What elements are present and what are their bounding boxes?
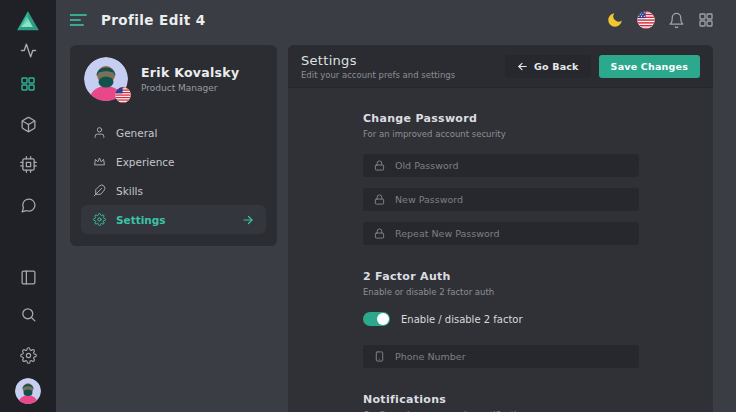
two-factor-subtitle: Enable or disable 2 factor auth (363, 287, 713, 297)
lock-icon (374, 194, 385, 205)
password-fields (363, 154, 639, 245)
menu-icon[interactable] (70, 13, 88, 27)
settings-panel-header: Settings Edit your account prefs and set… (288, 45, 713, 88)
profile-names: Erik Kovalsky Product Manager (141, 65, 239, 93)
profile-card: Erik Kovalsky Product Manager General Ex… (70, 45, 277, 246)
sidebar-item-dashboard[interactable] (0, 76, 56, 92)
settings-body: Change Password For an improved account … (288, 88, 713, 412)
grid-icon (20, 76, 36, 92)
nav-item-skills[interactable]: Skills (70, 176, 277, 205)
sidebar-item-layout[interactable] (0, 269, 56, 286)
notifications-section: Notifications Configure how you receive … (363, 393, 713, 412)
sidebar (0, 0, 56, 412)
settings-heading: Settings Edit your account prefs and set… (301, 53, 455, 80)
phone-field-wrap (363, 345, 639, 368)
crown-icon (93, 155, 106, 168)
activity-icon (20, 42, 37, 59)
nav-item-settings[interactable]: Settings (81, 205, 266, 234)
profile-nav: General Experience Skills Settings (70, 118, 277, 234)
sidebar-item-activity[interactable] (0, 42, 56, 59)
two-factor-toggle-label: Enable / disable 2 factor (401, 314, 523, 325)
gear-icon (20, 347, 37, 364)
change-password-section: Change Password For an improved account … (363, 112, 713, 245)
profile-avatar (84, 57, 128, 101)
lock-icon (374, 160, 385, 171)
go-back-label: Go Back (534, 61, 579, 72)
arrow-right-icon (242, 214, 254, 226)
two-factor-section: 2 Factor Auth Enable or disable 2 factor… (363, 270, 713, 368)
avatar (15, 378, 41, 404)
logo-triangle-icon (15, 8, 41, 34)
header-buttons: Go Back Save Changes (505, 55, 700, 78)
columns-icon (20, 269, 37, 286)
old-password-input[interactable] (395, 160, 628, 171)
arrow-left-icon (517, 61, 528, 72)
settings-panel: Settings Edit your account prefs and set… (288, 45, 713, 412)
phone-number-input[interactable] (395, 351, 628, 362)
gear-icon (93, 213, 106, 226)
notifications-title: Notifications (363, 393, 713, 406)
two-factor-title: 2 Factor Auth (363, 270, 713, 283)
save-changes-label: Save Changes (611, 61, 688, 72)
new-password-input[interactable] (395, 194, 628, 205)
nav-item-label: Skills (116, 185, 143, 197)
cube-icon (20, 116, 37, 133)
repeat-password-input[interactable] (395, 228, 628, 239)
profile-header: Erik Kovalsky Product Manager (70, 45, 277, 101)
settings-subtitle: Edit your account prefs and settings (301, 70, 455, 80)
save-changes-button[interactable]: Save Changes (599, 55, 700, 78)
sidebar-user-avatar[interactable] (0, 378, 56, 404)
phone-number-field[interactable] (363, 345, 639, 368)
theme-toggle-moon-icon[interactable] (606, 11, 624, 29)
notifications-bell-icon[interactable] (668, 12, 685, 29)
user-icon (93, 126, 106, 139)
settings-title: Settings (301, 53, 455, 68)
profile-name: Erik Kovalsky (141, 65, 239, 80)
change-password-subtitle: For an improved account security (363, 129, 713, 139)
feather-icon (93, 184, 106, 197)
old-password-field[interactable] (363, 154, 639, 177)
nationality-us-flag-icon (115, 87, 131, 103)
two-factor-toggle-row: Enable / disable 2 factor (363, 312, 639, 326)
language-us-flag-icon[interactable] (637, 11, 655, 29)
page-title: Profile Edit 4 (101, 12, 205, 28)
nav-item-label: Experience (116, 156, 175, 168)
app-logo[interactable] (0, 8, 56, 34)
toggle-knob (377, 313, 389, 325)
go-back-button[interactable]: Go Back (505, 55, 591, 78)
nav-item-label: General (116, 127, 157, 139)
two-factor-toggle[interactable] (363, 312, 390, 326)
sidebar-item-search[interactable] (0, 306, 56, 323)
topbar-actions (606, 11, 714, 29)
apps-grid-icon[interactable] (698, 12, 714, 28)
profile-role: Product Manager (141, 83, 239, 93)
chat-bubble-icon (20, 197, 37, 214)
repeat-password-field[interactable] (363, 222, 639, 245)
sidebar-item-products[interactable] (0, 116, 56, 133)
topbar: Profile Edit 4 (56, 0, 736, 40)
new-password-field[interactable] (363, 188, 639, 211)
sidebar-item-system[interactable] (0, 156, 56, 173)
change-password-title: Change Password (363, 112, 713, 125)
lock-icon (374, 228, 385, 239)
nav-item-general[interactable]: General (70, 118, 277, 147)
nav-item-label: Settings (116, 214, 166, 226)
smartphone-icon (374, 351, 385, 362)
sidebar-item-settings[interactable] (0, 347, 56, 364)
sidebar-item-messages[interactable] (0, 197, 56, 214)
search-icon (20, 306, 37, 323)
cpu-icon (20, 156, 37, 173)
nav-item-experience[interactable]: Experience (70, 147, 277, 176)
